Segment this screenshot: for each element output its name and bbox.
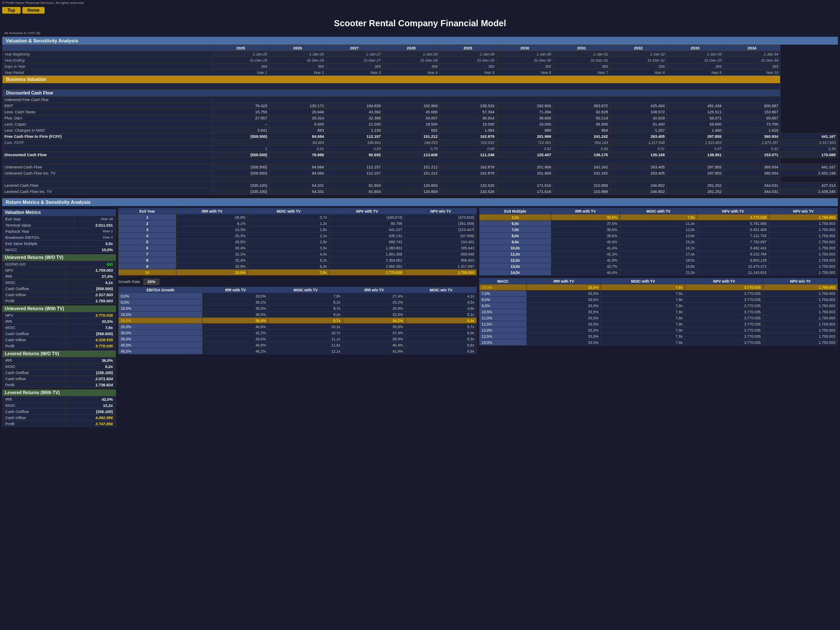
sensitivity-grid: Exit Year IRR with TV MOIC with TV NPV w… bbox=[118, 208, 838, 354]
ebitda-growth-row: 35,0% 43,6% 11,1x 38,9% 6,3x bbox=[119, 336, 477, 342]
npv-wotv-col-header-em: NPV w/o TV bbox=[769, 208, 838, 214]
irr-uwtv-row: IRR 33,5% bbox=[3, 318, 116, 325]
wacc-row: 10,0% 33,5% 7,8x 3.770.035 1.759.003 bbox=[480, 284, 838, 290]
levered-cf-tv-row: Levered Cash Flow Inc. TV (335.100) 54.3… bbox=[3, 189, 838, 195]
cash-outflow-uwtv-row: Cash Outflow (558.500) bbox=[3, 331, 116, 337]
wacc-section: WACC IRR with TV MOIC with TV NPV with T… bbox=[479, 278, 838, 354]
npv-tv-col-header-w: NPV with TV bbox=[685, 278, 763, 284]
moic-tv-col-header-ey: MOIC with TV bbox=[248, 208, 329, 214]
year-beginning-row: Year Beginning 1-Jan-25 1-Jan-26 1-Jan-2… bbox=[3, 51, 838, 57]
days-in-year-row: Days in Year 365 365 365 366 365 365 365… bbox=[3, 63, 838, 70]
top-button[interactable]: Top bbox=[2, 7, 21, 14]
dcf-values-row: Discounted Cash Flow (558.500) 76.98692.… bbox=[3, 152, 838, 158]
levered-wtv-table: IRR 42,0% MOIC 12,2x Cash Outflow (335.1… bbox=[2, 396, 116, 427]
dcf-header-row: Discounted Cash Flow bbox=[3, 90, 838, 97]
capex-row: Less: Capex –9.50021.50018.50015.000 16.… bbox=[3, 121, 838, 127]
year-2025-header: 2025 bbox=[212, 45, 269, 51]
year-2027-header: 2027 bbox=[326, 45, 383, 51]
exit-year-metric: Exit Year Year 10 bbox=[3, 216, 116, 222]
unlevered-cf-row: Unlevered Cash Flow (558.500) 84.684112.… bbox=[3, 164, 838, 170]
levered-wotv-header: Levered Returns (W/O TV) bbox=[2, 350, 116, 357]
exit-year-row: 7 32,1% 4,4x 1.901.308 659.048 bbox=[119, 251, 477, 257]
npv-uwtv-row: NPV 3.770.035 bbox=[3, 312, 116, 318]
wacc-row: 8,0% 33,5% 7,8x 3.770.035 1.759.003 bbox=[480, 297, 838, 303]
left-panel: Valuation Metrics Exit Year Year 10 Term… bbox=[2, 208, 116, 427]
breakeven-ebitda-metric: Breakeven EBITDA Year 1 bbox=[3, 234, 116, 241]
moic-uwtv-row: MOIC 7,8x bbox=[3, 325, 116, 331]
wacc-row: 11,5% 33,5% 7,8x 3.770.035 1.759.003 bbox=[480, 321, 838, 327]
irr-wotv-col-header-eg: IRR w/o TV bbox=[343, 287, 406, 293]
exit-year-row: 9 32,9% 6,3x 2.960.352 1.317.837 bbox=[119, 263, 477, 270]
home-button[interactable]: Home bbox=[22, 7, 45, 14]
exit-multiple-row: 10,0x 41,4% 16,2x 8.462.441 1.759.003 bbox=[480, 245, 838, 251]
ebitda-growth-row: 45,0% 46,2% 12,1x 41,8% 6,9x bbox=[119, 348, 477, 354]
right-panel: Exit Year IRR with TV MOIC with TV NPV w… bbox=[118, 208, 838, 427]
moic-uwotv-row: MOIC 4,1x bbox=[3, 280, 116, 286]
cum-fcff-row: Cum. FCFF 84.684196.841348.053510.932712… bbox=[3, 140, 838, 146]
currency-note: All Amounts in USD ($) bbox=[0, 30, 840, 36]
valuation-metrics-header: Valuation Metrics bbox=[2, 209, 116, 216]
wacc-row: 9,0% 33,5% 7,8x 3.770.035 1.759.003 bbox=[480, 303, 838, 309]
growth-rate-row: Growth Rate 20% bbox=[118, 278, 477, 286]
go-no-go-row: GO/NO GO GO bbox=[3, 261, 116, 267]
irr-lwtv-row: IRR 42,0% bbox=[3, 396, 116, 402]
financial-table: 2025 2026 2027 2028 2029 2030 2031 2032 … bbox=[2, 45, 838, 195]
npv-tv-col-header-ey: NPV with TV bbox=[329, 208, 405, 214]
exit-multiple-row: 13,0x 43,7% 19,8x 10.473.472 1.759.003 bbox=[480, 263, 838, 270]
year-2032-header: 2032 bbox=[610, 45, 667, 51]
moic-wotv-col-header-eg: MOIC w/o TV bbox=[406, 287, 477, 293]
profit-uwotv-row: Profit 1.759.003 bbox=[3, 298, 116, 304]
levered-wtv-header: Levered Returns (With TV) bbox=[2, 389, 116, 396]
exit-multiple-row: 7,0x 38,6% 12,6x 6.451.409 1.759.003 bbox=[480, 227, 838, 233]
year-period-row: Year Period Year 1 Year 2 Year 3 Year 4 … bbox=[3, 70, 838, 76]
wacc-row: 10,5% 33,5% 7,8x 3.770.035 1.759.003 bbox=[480, 309, 838, 315]
irr-uwotv-row: IRR 27,4% bbox=[3, 273, 116, 280]
col-header-label bbox=[3, 45, 213, 51]
spacer-row-1 bbox=[3, 84, 838, 90]
unlevered-wotv-table: GO/NO GO GO NPV 1.759.003 IRR 27,4% MOIC… bbox=[2, 261, 116, 304]
ebitda-growth-row: 20,0% 39,4% 9,7x 34,2% 5,4x bbox=[119, 318, 477, 324]
discount-factors-row: 1 0,910,830,750,680,62 0,560,510,470,420… bbox=[3, 146, 838, 152]
business-valuation-header-row: Business Valuation bbox=[3, 76, 838, 84]
exit-year-row: 1 -28,8% 0,7x (160.674) (473.816) bbox=[119, 214, 477, 220]
npv-tv-col-header-em: NPV with TV bbox=[697, 208, 769, 214]
ebitda-growth-row: 0,0% 33,5% 7,8x 27,4% 4,1x bbox=[119, 293, 477, 299]
exit-multiple-table: Exit Multiple IRR with TV MOIC with TV N… bbox=[479, 208, 838, 276]
irr-tv-col-header-em: IRR with TV bbox=[551, 208, 620, 214]
year-2031-header: 2031 bbox=[553, 45, 610, 51]
exit-multiple-row: 9,0x 40,5% 15,0x 7.792.097 1.759.003 bbox=[480, 239, 838, 245]
irr-tv-col-header-w: IRR with TV bbox=[527, 278, 601, 284]
npv-wotv-col-header-w: NPV w/o TV bbox=[763, 278, 837, 284]
wacc-metric: WACC 10,0% bbox=[3, 247, 116, 253]
ebitda-growth-row: 10,0% 36,6% 8,7x 30,9% 4,8x bbox=[119, 305, 477, 312]
ebitda-growth-row: 15,0% 38,0% 9,2x 32,6% 5,1x bbox=[119, 312, 477, 318]
cash-outflow-uwotv-row: Cash Outflow (558.500) bbox=[3, 286, 116, 292]
year-2028-header: 2028 bbox=[383, 45, 440, 51]
exit-multiple-row: 3,0x 33,5% 7,8x 3.770.035 1.759.003 bbox=[480, 214, 838, 220]
nav-bar: Top Home bbox=[0, 6, 840, 15]
unlevered-wotv-header: Unlevered Returns (W/O TV) bbox=[2, 254, 116, 261]
ebitda-growth-row: 40,0% 44,9% 11,6x 40,4% 6,6x bbox=[119, 342, 477, 348]
year-2030-header: 2030 bbox=[497, 45, 553, 51]
moic-tv-col-header-em: MOIC with TV bbox=[620, 208, 697, 214]
exit-multiple-row: 8,0x 39,6% 13,8x 7.121.753 1.759.003 bbox=[480, 233, 838, 239]
irr-lwotv-row: IRR 36,0% bbox=[3, 357, 116, 364]
wacc-table: WACC IRR with TV MOIC with TV NPV with T… bbox=[479, 278, 838, 346]
moic-lwtv-row: MOIC 12,2x bbox=[3, 402, 116, 409]
year-2033-header: 2033 bbox=[667, 45, 724, 51]
cash-inflow-uwtv-row: Cash Inflow 4.328.535 bbox=[3, 337, 116, 343]
exit-year-row: 6 30,4% 3,5x 1.383.801 395.643 bbox=[119, 245, 477, 251]
npv-uwotv-row: NPV 1.759.003 bbox=[3, 267, 116, 273]
return-metrics-section-header: Return Metrics & Sensitivity Analysis bbox=[2, 198, 838, 206]
cash-inflow-uwotv-row: Cash Inflow 2.317.503 bbox=[3, 292, 116, 298]
valuation-section-header: Valuation & Sensitivity Analysis bbox=[2, 37, 838, 45]
cash-inflow-lwtv-row: Cash Inflow 4.082.956 bbox=[3, 415, 116, 421]
terminal-value-metric: Terminal Value 2.011.031 bbox=[3, 222, 116, 228]
exit-year-section: Exit Year IRR with TV MOIC with TV NPV w… bbox=[118, 208, 477, 276]
copyright-bar: © Profit Vision Financial Services. All … bbox=[0, 0, 840, 6]
cash-outflow-lwotv-row: Cash Outflow (335.100) bbox=[3, 370, 116, 376]
exit-year-row: 8 32,4% 5,2x 2.364.001 956.903 bbox=[119, 257, 477, 263]
main-container: Valuation & Sensitivity Analysis 2025 20… bbox=[0, 37, 840, 431]
year-2029-header: 2029 bbox=[440, 45, 497, 51]
cash-outflow-lwtv-row: Cash Outflow (335.100) bbox=[3, 409, 116, 415]
